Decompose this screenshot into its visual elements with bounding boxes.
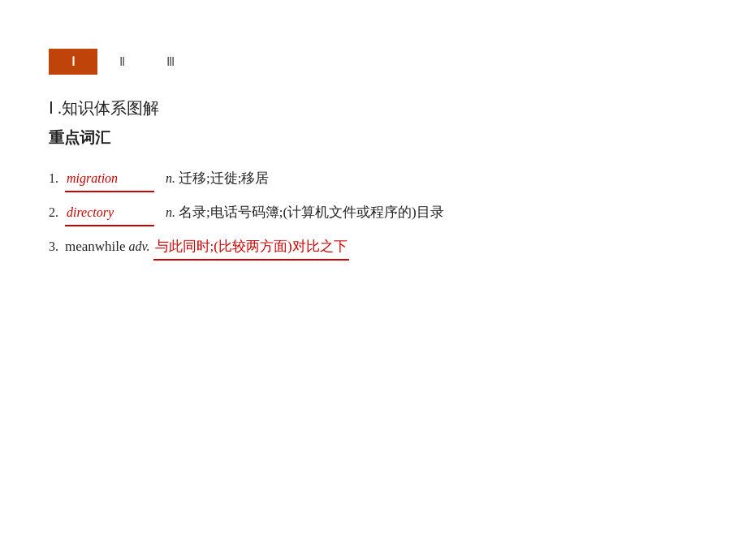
vocab-num-3: 3. (49, 235, 63, 259)
vocab-list: 1. migration n. 迁移;迁徙;移居 2. directory n.… (49, 166, 698, 261)
vocab-word-1: migration (65, 167, 154, 192)
vocab-num-2: 2. (49, 201, 63, 225)
vocab-item-1: 1. migration n. 迁移;迁徙;移居 (49, 166, 698, 192)
vocab-word-static-3: meanwhile (65, 235, 126, 260)
tab-2[interactable]: Ⅱ (97, 49, 146, 75)
vocab-item-3: 3. meanwhile adv. 与此同时;(比较两方面)对比之下 (49, 235, 698, 261)
vocab-def-3: 与此同时;(比较两方面)对比之下 (153, 235, 349, 261)
tab-3[interactable]: Ⅲ (146, 49, 195, 75)
vocab-pos-3: adv. (129, 235, 150, 259)
section-title: Ⅰ .知识体系图解 (49, 97, 698, 119)
tab-bar: Ⅰ Ⅱ Ⅲ (49, 49, 698, 75)
subtitle: 重点词汇 (49, 127, 698, 149)
tab-1[interactable]: Ⅰ (49, 49, 97, 75)
vocab-def-2: 名录;电话号码簿;(计算机文件或程序的)目录 (179, 200, 444, 226)
vocab-item-2: 2. directory n. 名录;电话号码簿;(计算机文件或程序的)目录 (49, 200, 698, 226)
vocab-word-2: directory (65, 201, 154, 226)
vocab-pos-2: n. (166, 201, 175, 225)
main-container: Ⅰ Ⅱ Ⅲ Ⅰ .知识体系图解 重点词汇 1. migration n. 迁移;… (0, 0, 747, 293)
vocab-def-1: 迁移;迁徙;移居 (179, 166, 269, 192)
vocab-num-1: 1. (49, 167, 63, 191)
vocab-pos-1: n. (166, 167, 175, 191)
